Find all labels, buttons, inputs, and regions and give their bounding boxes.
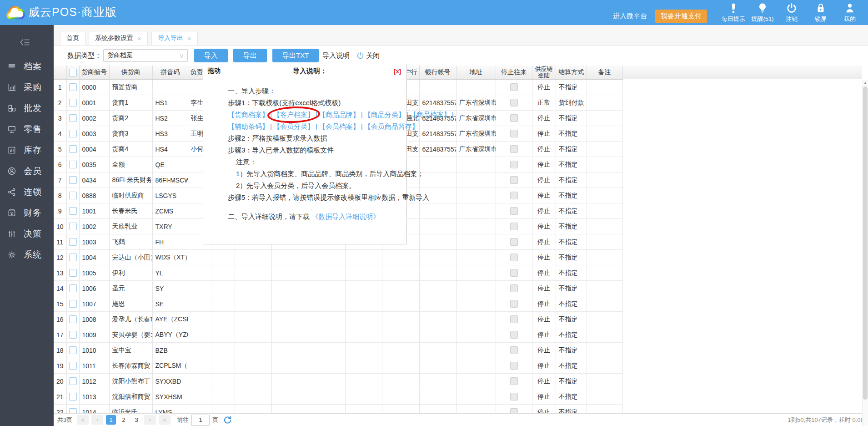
- stop-trade-checkbox[interactable]: [510, 346, 518, 354]
- row-checkbox[interactable]: [66, 111, 79, 126]
- row-checkbox[interactable]: [69, 315, 77, 323]
- import-help-label[interactable]: 导入说明: [322, 51, 350, 60]
- stop-trade-checkbox[interactable]: [510, 223, 518, 230]
- template-link-客户档案[interactable]: 【客户档案】: [273, 111, 314, 118]
- drag-handle[interactable]: 拖动: [203, 67, 240, 75]
- open-payment-button[interactable]: 我要开通支付: [655, 10, 707, 23]
- quick-action-提醒(51)[interactable]: 提醒(51): [748, 0, 777, 23]
- stop-trade-checkbox[interactable]: [496, 157, 532, 172]
- row-checkbox[interactable]: [69, 207, 77, 215]
- stop-trade-checkbox[interactable]: [496, 80, 532, 95]
- last-page-button[interactable]: »: [159, 415, 171, 425]
- stop-trade-checkbox[interactable]: [510, 393, 518, 401]
- stop-trade-checkbox[interactable]: [510, 176, 518, 184]
- collapse-icon[interactable]: [19, 37, 54, 50]
- sidebar-item-系统[interactable]: 系统: [0, 244, 54, 265]
- sidebar-item-批发[interactable]: 批发: [0, 98, 54, 119]
- prev-page-button[interactable]: ‹: [91, 415, 103, 425]
- detail-doc-link[interactable]: 《数据导入详细说明》: [311, 213, 380, 220]
- row-checkbox[interactable]: [66, 343, 79, 358]
- stop-trade-checkbox[interactable]: [510, 161, 518, 168]
- row-checkbox[interactable]: [69, 192, 77, 199]
- stop-trade-checkbox[interactable]: [496, 172, 532, 188]
- stop-trade-checkbox[interactable]: [496, 250, 532, 265]
- stop-trade-checkbox[interactable]: [496, 374, 532, 389]
- table-row[interactable]: 171009安贝孕婴（婴之谷ABYY（YZG）停止不指定: [54, 327, 622, 343]
- table-row[interactable]: 211013沈阳信和商贸SYXHSM停止不指定: [54, 389, 622, 405]
- row-checkbox[interactable]: [69, 393, 77, 401]
- table-row[interactable]: 141006圣元SY停止不指定: [54, 281, 622, 296]
- stop-trade-checkbox[interactable]: [510, 130, 518, 137]
- export-txt-button[interactable]: 导出TXT: [272, 49, 319, 62]
- tab-首页[interactable]: 首页: [60, 31, 85, 45]
- stop-trade-checkbox[interactable]: [496, 327, 532, 343]
- stop-trade-checkbox[interactable]: [510, 269, 518, 277]
- quick-action-每日提示[interactable]: 每日提示: [719, 0, 748, 23]
- row-checkbox[interactable]: [69, 161, 77, 168]
- row-checkbox[interactable]: [66, 389, 79, 405]
- select-all-checkbox[interactable]: [69, 69, 77, 76]
- stop-trade-checkbox[interactable]: [496, 142, 532, 157]
- stop-trade-checkbox[interactable]: [496, 95, 532, 111]
- vertical-scrollbar[interactable]: ▲: [862, 80, 868, 426]
- template-link-商品品牌[interactable]: 【商品品牌】: [319, 111, 360, 118]
- tab-close-icon[interactable]: ×: [187, 35, 191, 42]
- row-checkbox[interactable]: [66, 219, 79, 234]
- row-checkbox[interactable]: [69, 145, 77, 153]
- stop-trade-checkbox[interactable]: [496, 234, 532, 250]
- row-checkbox[interactable]: [66, 172, 79, 188]
- row-checkbox[interactable]: [66, 358, 79, 374]
- stop-trade-checkbox[interactable]: [496, 389, 532, 405]
- stop-trade-checkbox[interactable]: [510, 145, 518, 153]
- sidebar-item-连锁[interactable]: 连锁: [0, 182, 54, 203]
- stop-trade-checkbox[interactable]: [496, 203, 532, 219]
- row-checkbox[interactable]: [69, 130, 77, 137]
- stop-trade-checkbox[interactable]: [496, 111, 532, 126]
- tab-系统参数设置[interactable]: 系统参数设置×: [89, 31, 148, 45]
- stop-trade-checkbox[interactable]: [510, 362, 518, 370]
- sidebar-item-财务[interactable]: 财务: [0, 203, 54, 223]
- scroll-up-icon[interactable]: ▲: [863, 80, 868, 86]
- row-checkbox[interactable]: [66, 234, 79, 250]
- row-checkbox[interactable]: [66, 188, 79, 203]
- stop-trade-checkbox[interactable]: [510, 99, 518, 106]
- row-checkbox[interactable]: [66, 250, 79, 265]
- stop-trade-checkbox[interactable]: [510, 331, 518, 339]
- row-checkbox[interactable]: [66, 296, 79, 312]
- row-checkbox[interactable]: [69, 99, 77, 106]
- modal-titlebar[interactable]: 拖动 导入说明： [x]: [203, 64, 406, 78]
- modal-close-button[interactable]: [x]: [380, 68, 406, 75]
- stop-trade-checkbox[interactable]: [510, 238, 518, 246]
- row-checkbox[interactable]: [66, 281, 79, 296]
- page-button-1[interactable]: 1: [106, 415, 116, 425]
- stop-trade-checkbox[interactable]: [510, 83, 518, 91]
- row-checkbox[interactable]: [69, 238, 77, 246]
- refresh-icon[interactable]: [223, 415, 232, 425]
- row-checkbox[interactable]: [69, 331, 77, 339]
- row-checkbox[interactable]: [66, 327, 79, 343]
- table-row[interactable]: 151007施恩SE停止不指定: [54, 296, 622, 312]
- stop-trade-checkbox[interactable]: [496, 188, 532, 203]
- row-checkbox[interactable]: [66, 203, 79, 219]
- row-checkbox[interactable]: [66, 265, 79, 281]
- data-type-select[interactable]: 货商档案 ∨: [103, 49, 188, 62]
- quick-action-锁屏[interactable]: 锁屏: [806, 0, 835, 23]
- row-checkbox[interactable]: [69, 269, 77, 277]
- sidebar-item-会员[interactable]: 会员: [0, 161, 54, 182]
- table-row[interactable]: 181010宝中宝BZB停止不指定: [54, 343, 622, 358]
- table-row[interactable]: 191011长春沛霖商贸（生物ZCPLSM（SMY停止不指定: [54, 358, 622, 374]
- row-checkbox[interactable]: [69, 223, 77, 230]
- stop-trade-checkbox[interactable]: [510, 315, 518, 323]
- next-page-button[interactable]: ›: [144, 415, 156, 425]
- row-checkbox[interactable]: [69, 346, 77, 354]
- row-checkbox[interactable]: [69, 300, 77, 308]
- table-row[interactable]: 131005伊利YL停止不指定: [54, 265, 622, 281]
- goto-page-input[interactable]: [191, 415, 210, 426]
- scrollbar-thumb[interactable]: [863, 86, 868, 400]
- table-row[interactable]: 121004完达山（小田）WDS（XT）停止不指定: [54, 250, 622, 265]
- template-link-会员分类[interactable]: 【会员分类】: [273, 122, 314, 130]
- stop-trade-checkbox[interactable]: [510, 377, 518, 385]
- row-checkbox[interactable]: [69, 254, 77, 261]
- import-button[interactable]: 导入: [194, 49, 228, 62]
- export-button[interactable]: 导出: [233, 49, 267, 62]
